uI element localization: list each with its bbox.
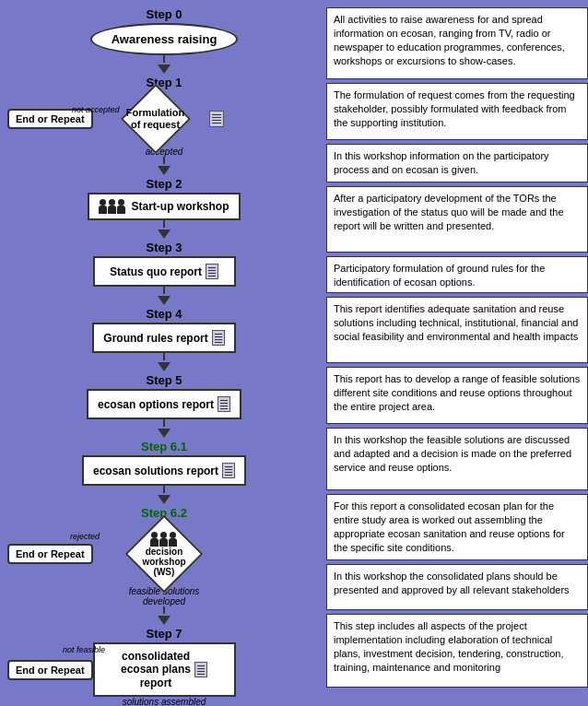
desc-10: This step includes all aspects of the pr… (326, 614, 588, 688)
arrow-down (158, 616, 171, 625)
arrow-line (163, 287, 165, 294)
step5-row: Step 5 ecosan options report (7, 373, 321, 440)
doc-lines (208, 267, 216, 268)
step7-arrow-area: solutions assembled (123, 697, 206, 706)
people-group (99, 199, 125, 214)
end-repeat-7: End or Repeat (7, 660, 93, 680)
step62-diamond-wrap: decisionworkshop(WS) (109, 522, 219, 586)
step3-doc (206, 264, 218, 279)
step2-label: Step 2 (146, 177, 182, 191)
step61-row: Step 6.1 ecosan solutions report (7, 440, 321, 506)
step3-row: Step 3 Status quo report (7, 241, 321, 307)
step3-shape: Status quo report (93, 256, 236, 287)
step1-diamond-text: Formulationof request (105, 91, 206, 147)
arrow-down (158, 229, 171, 239)
step62-with-side: End or Repeat decisionw (7, 522, 321, 586)
person2 (108, 199, 116, 214)
doc-lines (225, 466, 232, 467)
step5-doc (218, 396, 230, 412)
step1-not-accepted: not accepted (72, 105, 120, 114)
step61-doc (222, 463, 235, 478)
step1-row: Step 1 End or Repeat Formulationof reque… (7, 76, 321, 177)
step7-shape: consolidated ecosan plans report (93, 642, 236, 697)
arrow-line (163, 353, 165, 360)
p1 (150, 532, 159, 547)
arrow-line (163, 157, 165, 164)
arrow-down (158, 429, 171, 438)
step7-doc (194, 662, 207, 677)
desc-0: All activities to raise awareness for an… (326, 7, 588, 79)
step3-label: Step 3 (146, 241, 182, 254)
step1-arrow-area: accepted (7, 147, 321, 177)
desc-column: All activities to raise awareness for an… (326, 7, 588, 706)
step62-text: decisionworkshop(WS) (142, 547, 185, 577)
step0-label: Step 0 (146, 7, 182, 21)
arrow-down (158, 362, 171, 371)
desc-8: For this report a consolidated ecosan pl… (326, 494, 588, 560)
desc-2: In this workshop information on the part… (326, 144, 588, 182)
desc-3: After a participatory development of the… (326, 186, 588, 253)
step62-diamond-content: decisionworkshop(WS) (109, 522, 219, 586)
desc-5: This report identifies adequate sanitati… (326, 297, 588, 363)
arrow-down (158, 296, 171, 305)
desc-6: This report has to develop a range of fe… (326, 367, 588, 424)
step7-assembled-label: solutions assembled (123, 697, 206, 706)
desc-9: In this workshop the consolidated plans … (326, 564, 588, 610)
step7-not-feasible: not feasible (63, 645, 105, 654)
doc-lines (215, 334, 222, 335)
step1-doc (209, 111, 224, 127)
step62-rejected: rejected (70, 532, 100, 541)
end-repeat-62: End or Repeat (7, 544, 93, 564)
step2-row: Step 2 Start-up workshop (7, 177, 321, 241)
desc-4: Participatory formulation of ground rule… (326, 256, 588, 293)
step4-label: Step 4 (146, 307, 182, 321)
doc-lines (220, 400, 228, 401)
p3 (169, 532, 177, 547)
person1 (99, 199, 107, 214)
step61-shape: ecosan solutions report (82, 455, 246, 486)
main-container: Step 0 Awareness raising Step 1 End or R… (7, 7, 581, 706)
step1-diamond-wrap: Formulationof request (105, 91, 206, 147)
arrow-down (158, 166, 171, 175)
desc-7: In this workshop the feasible solutions … (326, 428, 588, 490)
step4-shape: Ground rules report (92, 323, 235, 353)
step62-row: Step 6.2 End or Repeat (7, 506, 321, 627)
step1-shape-area: Formulationof request (105, 91, 224, 147)
step0-shape: Awareness raising (90, 23, 238, 55)
step7-with-side: End or Repeat consolidated ecosan plans … (7, 642, 321, 697)
doc-lines (212, 114, 221, 115)
step2-text: Start-up workshop (131, 200, 229, 213)
step61-label: Step 6.1 (141, 440, 187, 453)
arrow-line (163, 220, 165, 228)
arrow-line (163, 419, 165, 427)
step2-shape: Start-up workshop (88, 193, 240, 220)
step0-row: Step 0 Awareness raising (7, 7, 321, 76)
p2 (159, 532, 168, 547)
arrow-line (163, 486, 165, 493)
people-group-62 (150, 532, 177, 547)
step1-with-side: End or Repeat Formulationof request (7, 91, 321, 147)
flow-column: Step 0 Awareness raising Step 1 End or R… (7, 7, 321, 706)
step7-label: Step 7 (146, 627, 182, 641)
desc-1: The formulation of request comes from th… (326, 83, 588, 140)
step4-doc (212, 330, 225, 346)
step5-shape: ecosan options report (87, 389, 241, 419)
doc-lines (197, 665, 205, 666)
step62-center: decisionworkshop(WS) (109, 522, 219, 586)
step5-label: Step 5 (146, 373, 182, 387)
step7-text: consolidated ecosan plans report (121, 650, 191, 689)
arrow-line (163, 55, 165, 63)
arrow-down (158, 495, 171, 504)
person3 (117, 199, 125, 214)
step62-diamond-inner: decisionworkshop(WS) (142, 532, 185, 577)
step7-row: Step 7 End or Repeat consolidated ecosan… (7, 627, 321, 706)
arrow-line (163, 606, 165, 614)
arrow-down (158, 65, 171, 74)
step4-row: Step 4 Ground rules report (7, 307, 321, 373)
